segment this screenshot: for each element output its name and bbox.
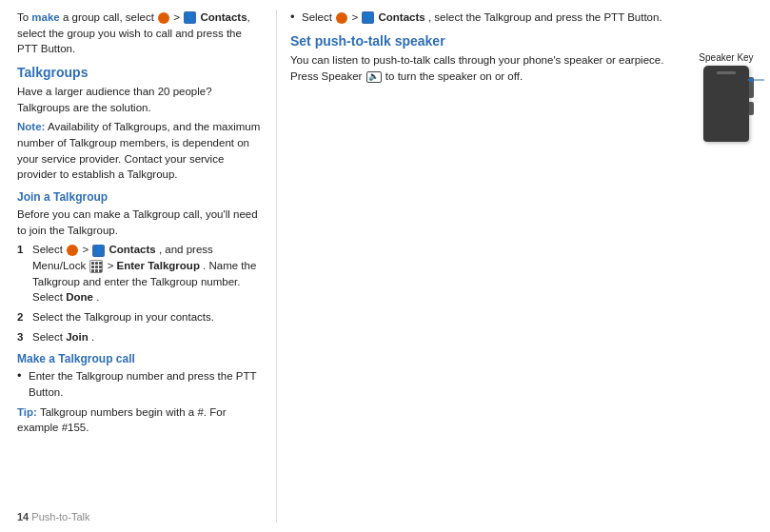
step-1-end: . [96,291,99,303]
page-footer: 14 Push-to-Talk [17,511,89,522]
speaker-text-block: You can listen to push-to-talk calls thr… [290,52,688,88]
page-content: To make a group call, select > 👤 Contact… [0,0,770,532]
note-paragraph: Note: Availability of Talkgroups, and th… [17,119,261,183]
make-call-bullet-1-text: Enter the Talkgroup number and press the… [29,368,261,400]
tip-text: Talkgroup numbers begin with a #. For ex… [17,406,226,434]
step-1-gt2: > [108,260,117,271]
phone-diagram [703,66,749,142]
right-bullets: • Select > 👤 Contacts , select the Talkg… [290,10,755,26]
note-label: Note: [17,121,45,132]
right-bullet-1-text: Select > 👤 Contacts , select the Talkgro… [302,10,662,26]
speaker-intro: You can listen to push-to-talk calls thr… [290,52,688,84]
contacts-icon-step1: 👤 [92,245,105,257]
speaker-mid-text: to turn the speaker on or off. [385,70,523,82]
intro-paragraph: To make a group call, select > 👤 Contact… [17,10,261,57]
step-1-content: Select > 👤 Contacts , and press Menu/Loc… [32,242,261,305]
step-1-select: Select [32,244,66,255]
step-3-content: Select Join . [32,329,94,345]
step-1-enter-talkgroup: Enter Talkgroup [117,260,200,271]
footer-section-label: Push-to-Talk [31,511,89,522]
step-3-after: . [91,331,94,343]
step-1-gt: > [82,244,91,255]
step-2: 2 Select the Talkgroup in your contacts. [17,309,261,325]
left-column: To make a group call, select > 👤 Contact… [0,10,276,522]
contacts-person-icon: 👤 [185,13,195,22]
svg-marker-1 [747,77,753,83]
join-intro: Before you can make a Talkgroup call, yo… [17,207,261,238]
right-bullet-symbol: • [290,10,298,26]
make-call-heading: Make a Talkgroup call [17,352,261,365]
orange-circle-step1 [67,245,78,256]
right-contacts-label: Contacts [379,11,425,23]
menu-lock-icon [89,260,103,273]
right-select: Select [302,11,335,23]
step-1: 1 Select > 👤 Contacts , and press Menu/L… [17,242,261,305]
speaker-icon: 🔈 [366,71,382,83]
note-text: Availability of Talkgroups, and the maxi… [17,121,260,180]
intro-text-after-make: a group call, select [63,11,157,23]
contacts-person-step1: 👤 [93,246,104,255]
contacts-person-right: 👤 [363,13,373,22]
right-bullet-1: • Select > 👤 Contacts , select the Talkg… [290,10,755,26]
set-speaker-heading: Set push-to-talk speaker [290,33,755,49]
orange-circle-icon [158,12,169,24]
step-1-done: Done [66,291,93,303]
make-call-bullets: • Enter the Talkgroup number and press t… [17,368,261,400]
talkgroups-heading: Talkgroups [17,65,261,80]
step-1-num: 1 [17,242,29,258]
step-2-content: Select the Talkgroup in your contacts. [32,309,214,325]
speaker-arrow-svg [747,73,770,87]
page-number: 14 [17,511,29,522]
step-3-join: Join [66,331,89,343]
contacts-icon-right: 👤 [362,11,374,24]
intro-contacts-label: Contacts [200,11,247,23]
intro-gt1: > [173,11,183,23]
talkgroups-intro: Have a larger audience than 20 people? T… [17,84,261,115]
right-column: • Select > 👤 Contacts , select the Talkg… [276,10,770,522]
steps-list: 1 Select > 👤 Contacts , and press Menu/L… [17,242,261,345]
step-1-contacts: Contacts [109,244,156,255]
step-3-num: 3 [17,329,29,345]
step-2-num: 2 [17,309,29,325]
step-3-before: Select [32,331,66,343]
make-link: make [31,11,59,23]
right-gt: > [351,11,361,23]
make-call-bullet-1: • Enter the Talkgroup number and press t… [17,368,261,400]
phone-side-button-2 [749,102,754,115]
tip-label: Tip: [17,406,37,418]
speaker-image-block: Speaker Key [698,52,755,142]
bullet-symbol: • [17,368,25,384]
grid-dots [91,262,102,272]
orange-circle-right [336,12,347,24]
speaker-key-label: Speaker Key [699,52,753,63]
phone-speaker-indicator [717,71,736,74]
speaker-section: You can listen to push-to-talk calls thr… [290,52,755,142]
step-3: 3 Select Join . [17,329,261,345]
contacts-icon-intro: 👤 [184,11,196,24]
right-after-contacts: , select the Talkgroup and press the PTT… [428,11,662,23]
join-heading: Join a Talkgroup [17,190,261,204]
tip-paragraph: Tip: Talkgroup numbers begin with a #. F… [17,404,261,436]
phone-illustration [703,66,749,142]
